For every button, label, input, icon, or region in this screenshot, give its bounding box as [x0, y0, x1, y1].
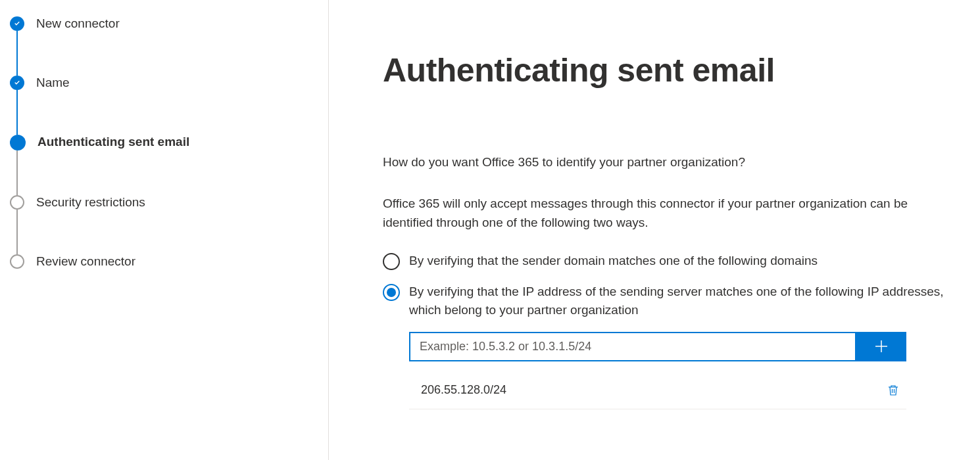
trash-icon — [887, 384, 900, 397]
ip-address-list: 206.55.128.0/24 — [409, 375, 906, 409]
pending-step-icon — [10, 195, 24, 210]
pending-step-icon — [10, 254, 24, 269]
checkmark-icon — [10, 16, 24, 31]
checkmark-icon — [10, 76, 24, 90]
delete-button[interactable] — [884, 381, 902, 400]
step-label: Name — [36, 76, 70, 90]
step-connector-line — [16, 210, 18, 254]
step-authenticating-sent-email[interactable]: Authenticating sent email — [10, 135, 328, 150]
question-text: How do you want Office 365 to identify y… — [383, 155, 960, 170]
radio-option-ip[interactable]: By verifying that the IP address of the … — [383, 283, 960, 320]
step-connector-line — [16, 31, 18, 76]
step-review-connector[interactable]: Review connector — [10, 254, 328, 269]
step-connector-line — [16, 90, 18, 135]
page-title: Authenticating sent email — [383, 51, 960, 89]
step-label: Review connector — [36, 254, 135, 269]
add-button[interactable] — [856, 332, 906, 361]
current-step-icon — [10, 135, 26, 150]
plus-icon — [873, 338, 889, 354]
radio-label: By verifying that the sender domain matc… — [409, 252, 818, 271]
radio-option-domain[interactable]: By verifying that the sender domain matc… — [383, 252, 960, 271]
description-text: Office 365 will only accept messages thr… — [383, 195, 960, 232]
radio-icon — [383, 284, 400, 301]
step-label: Authenticating sent email — [37, 135, 189, 149]
step-label: New connector — [36, 16, 120, 31]
radio-label: By verifying that the IP address of the … — [409, 283, 960, 320]
ip-input-row — [409, 332, 960, 361]
main-content: Authenticating sent email How do you wan… — [329, 0, 980, 460]
ip-list-item: 206.55.128.0/24 — [409, 375, 906, 409]
step-new-connector[interactable]: New connector — [10, 16, 328, 31]
radio-icon — [383, 253, 400, 270]
step-security-restrictions[interactable]: Security restrictions — [10, 195, 328, 210]
wizard-steps-sidebar: New connector Name Authenticating sent e… — [0, 0, 329, 460]
step-connector-line — [16, 150, 18, 195]
ip-value-text: 206.55.128.0/24 — [421, 383, 506, 397]
step-name[interactable]: Name — [10, 76, 328, 90]
ip-address-input[interactable] — [409, 332, 856, 361]
step-label: Security restrictions — [36, 195, 145, 210]
